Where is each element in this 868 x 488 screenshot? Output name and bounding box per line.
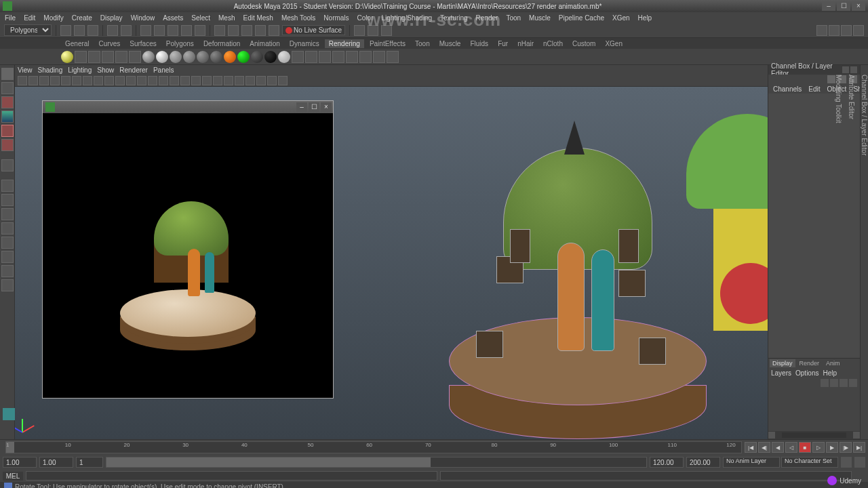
- snap-curve-icon[interactable]: [228, 25, 239, 36]
- render-max-button[interactable]: ☐: [309, 102, 319, 112]
- paint-select-tool[interactable]: [1, 96, 14, 108]
- three-pane-icon[interactable]: [1, 237, 14, 249]
- anisotropic-icon[interactable]: [197, 51, 209, 63]
- textured-icon[interactable]: [180, 76, 190, 85]
- cmd-lang-label[interactable]: MEL: [3, 472, 23, 481]
- channels-tab[interactable]: Channels: [771, 85, 804, 93]
- render-current-icon[interactable]: [305, 51, 317, 63]
- render-globals-icon[interactable]: [387, 51, 399, 63]
- anim-layer-select[interactable]: No Anim Layer: [723, 457, 780, 468]
- select-vertex-icon[interactable]: [140, 25, 151, 36]
- select-tool[interactable]: [1, 68, 14, 80]
- shelf-tab-deformation[interactable]: Deformation: [199, 39, 244, 48]
- spot-light-icon[interactable]: [102, 51, 114, 63]
- panel-menu-lighting[interactable]: Lighting: [68, 66, 92, 74]
- time-slider[interactable]: 1 10 20 30 40 50 60 70 80 90 100 110 120: [5, 441, 742, 453]
- shaded-icon[interactable]: [853, 25, 864, 36]
- select-uv-icon[interactable]: [195, 25, 205, 36]
- move-tool[interactable]: [1, 110, 14, 123]
- prefs-button[interactable]: [854, 457, 865, 468]
- two-pane-v-icon[interactable]: [1, 208, 14, 220]
- isolate-icon[interactable]: [354, 25, 365, 36]
- maximize-button[interactable]: ☐: [837, 1, 850, 11]
- close-button[interactable]: ×: [852, 1, 865, 11]
- layers-options-menu[interactable]: Options: [795, 369, 818, 377]
- expose-icon[interactable]: [267, 76, 277, 85]
- point-light-icon[interactable]: [88, 51, 100, 63]
- shader-grey-icon[interactable]: [278, 51, 290, 63]
- shelf-tab-muscle[interactable]: Muscle: [435, 39, 465, 48]
- shelf-tab-toon[interactable]: Toon: [411, 39, 434, 48]
- shelf-tab-curves[interactable]: Curves: [95, 39, 125, 48]
- channel-box-body[interactable]: [768, 94, 860, 358]
- hypershade-shelf-icon[interactable]: [373, 51, 385, 63]
- panel-menu-show[interactable]: Show: [97, 66, 114, 74]
- ambient-light-icon[interactable]: [61, 51, 73, 63]
- select-object-icon[interactable]: [181, 25, 192, 36]
- module-selector[interactable]: Polygons: [4, 24, 52, 36]
- layer-tab-display[interactable]: Display: [770, 359, 795, 367]
- shelf-tab-dynamics[interactable]: Dynamics: [285, 39, 323, 48]
- four-pane-icon[interactable]: [1, 194, 14, 206]
- menu-assets[interactable]: Assets: [161, 14, 185, 22]
- snap-point-icon[interactable]: [241, 25, 252, 36]
- sidetab-attribute[interactable]: Attribute Editor: [848, 72, 855, 439]
- anim-end-field[interactable]: [686, 457, 720, 468]
- command-input[interactable]: [26, 471, 437, 481]
- symmetry-icon[interactable]: [816, 25, 827, 36]
- lasso-tool[interactable]: [1, 82, 14, 94]
- phonge-icon[interactable]: [183, 51, 195, 63]
- outliner-layout-icon[interactable]: [1, 251, 14, 263]
- step-forward-key-button[interactable]: |▶: [840, 442, 852, 453]
- menu-display[interactable]: Display: [98, 14, 125, 22]
- play-back-button[interactable]: ◁: [785, 442, 797, 453]
- menu-window[interactable]: Window: [129, 14, 157, 22]
- xray-joints-icon[interactable]: [245, 76, 255, 85]
- resolution-gate-icon[interactable]: [94, 76, 103, 85]
- snap-plane-icon[interactable]: [255, 25, 266, 36]
- phong-icon[interactable]: [170, 51, 182, 63]
- isolate-select-icon[interactable]: [224, 76, 233, 85]
- perspective-viewport[interactable]: – ☐ ×: [15, 87, 768, 439]
- ipr-render-icon[interactable]: [319, 51, 331, 63]
- step-forward-button[interactable]: ▶: [826, 442, 838, 453]
- render-close-button[interactable]: ×: [321, 102, 332, 112]
- panel-menu-view[interactable]: View: [18, 66, 33, 74]
- use-lights-icon[interactable]: [191, 76, 201, 85]
- select-face-icon[interactable]: [167, 25, 178, 36]
- gamma-icon[interactable]: [278, 76, 288, 85]
- scroll-left-icon[interactable]: [768, 432, 775, 439]
- single-pane-icon[interactable]: [1, 180, 14, 192]
- directional-light-icon[interactable]: [75, 51, 87, 63]
- lambert-icon[interactable]: [142, 51, 155, 63]
- channels-edit-tab[interactable]: Edit: [806, 85, 822, 93]
- anim-start-field[interactable]: [3, 457, 37, 468]
- safe-action-icon[interactable]: [126, 76, 136, 85]
- smooth-shading-icon[interactable]: [159, 76, 168, 85]
- shelf-tab-nhair[interactable]: nHair: [513, 39, 538, 48]
- menu-select[interactable]: Select: [189, 14, 212, 22]
- shaded-wire-icon[interactable]: [170, 76, 179, 85]
- play-forward-button[interactable]: ▷: [812, 442, 825, 453]
- minimize-button[interactable]: –: [822, 1, 835, 11]
- live-surface-indicator[interactable]: No Live Surface: [282, 25, 345, 35]
- step-back-key-button[interactable]: ◀|: [758, 442, 770, 453]
- shelf-tab-fur[interactable]: Fur: [494, 39, 512, 48]
- select-edge-icon[interactable]: [154, 25, 165, 36]
- last-tool[interactable]: [1, 159, 14, 171]
- menu-normals[interactable]: Normals: [321, 14, 351, 22]
- home-icon[interactable]: [3, 408, 15, 420]
- blinn-icon[interactable]: [156, 51, 168, 63]
- layer-tab-render[interactable]: Render: [797, 359, 823, 367]
- menu-toon[interactable]: Toon: [504, 14, 523, 22]
- render-view-window[interactable]: – ☐ ×: [42, 100, 334, 399]
- menu-muscle[interactable]: Muscle: [527, 14, 553, 22]
- cancel-batch-icon[interactable]: [359, 51, 372, 63]
- shelf-tab-general[interactable]: General: [61, 39, 94, 48]
- menu-mesh[interactable]: Mesh: [216, 14, 237, 22]
- field-chart-icon[interactable]: [115, 76, 125, 85]
- autokey-button[interactable]: [841, 457, 852, 468]
- goto-end-button[interactable]: ▶|: [853, 442, 865, 453]
- step-back-button[interactable]: ◀: [772, 442, 784, 453]
- area-light-icon[interactable]: [115, 51, 127, 63]
